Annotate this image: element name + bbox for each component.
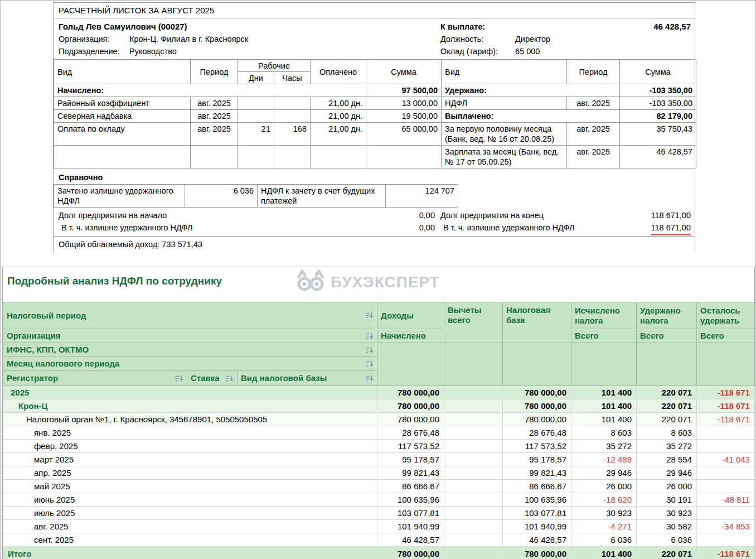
sort-icon[interactable] <box>225 375 234 382</box>
col-header-sum: Сумма <box>366 60 442 84</box>
sort-icon[interactable] <box>365 360 374 368</box>
to-pay-line: К выплате: 46 428,57 <box>440 21 691 33</box>
cell-calculated: -4 271 <box>571 520 637 533</box>
cell-base: 101 940,99 <box>503 520 571 533</box>
cell-remaining: -41 043 <box>697 453 755 466</box>
rate-header-label: Ставка <box>191 373 220 383</box>
col-header-income: Доходы <box>377 302 444 329</box>
empty-cell <box>366 146 442 168</box>
debt-end-value: 118 671,00 <box>651 209 691 221</box>
debt-row: Долг предприятия на начало 0,00 Долг пре… <box>54 209 695 221</box>
accrual-hours: 168 <box>274 123 311 146</box>
incl-start-value: 0,00 <box>419 221 435 234</box>
accrual-hours <box>274 97 311 110</box>
ndfl-credit-value: 124 707 <box>386 185 458 208</box>
registrar-header-label: Регистратор <box>7 373 58 383</box>
organization-label: Организация: <box>59 33 129 45</box>
cell-base: 780 000,00 <box>503 547 571 559</box>
organization-value: Крон-Ц. Филиал в г. Красноярск <box>129 35 248 44</box>
accrual-sum: 65 000,00 <box>366 123 442 146</box>
page: РАСЧЕТНЫЙ ЛИСТОК ЗА АВГУСТ 2025 Гольд Ле… <box>0 0 756 559</box>
col-header-registrar: Регистратор <box>3 371 187 386</box>
table-row: Северная надбавка авг. 2025 21,00 дн. 19… <box>54 110 696 123</box>
empty-header-cell <box>444 343 503 386</box>
cell-calculated: -12 489 <box>571 453 637 466</box>
department-label: Подразделение: <box>59 45 129 57</box>
cell-calculated: 101 400 <box>571 413 637 426</box>
empty-header-cell <box>377 343 444 386</box>
ndfl-table: Налоговый период Доходы Вычеты всего Нал… <box>3 302 755 559</box>
table-row[interactable]: 2025780 000,00780 000,00101 400220 071-1… <box>3 386 755 399</box>
accrual-paid: 21,00 дн. <box>311 97 366 110</box>
accrual-kind: Северная надбавка <box>54 110 191 123</box>
col-header-organization: Организация <box>3 329 377 343</box>
report-total-row[interactable]: Итого780 000,00780 000,00101 400220 071-… <box>3 547 755 559</box>
cell-calculated: 6 036 <box>571 533 637 547</box>
cell-remaining <box>697 466 755 480</box>
row-label: авг. 2025 <box>3 520 377 533</box>
sort-icon[interactable] <box>365 346 374 354</box>
table-row[interactable]: май 202586 666,6786 666,6726 00026 000 <box>3 480 755 493</box>
cell-base: 28 676,48 <box>503 426 571 440</box>
payment-period: авг. 2025 <box>567 123 620 146</box>
cell-deductions <box>444 520 503 533</box>
cell-base: 86 666,67 <box>503 480 571 493</box>
accrual-days <box>238 110 274 123</box>
cell-base: 103 077,81 <box>503 507 571 520</box>
cell-deductions <box>444 466 503 480</box>
cell-withheld: 8 603 <box>637 426 697 440</box>
row-label: 2025 <box>3 386 377 399</box>
cell-income: 100 635,96 <box>377 493 444 507</box>
cell-deductions <box>444 547 503 559</box>
table-row[interactable]: Налоговый орган №1, г. Красноярск, 34567… <box>3 413 755 426</box>
col-header-base-kind: Вид налоговой базы <box>238 371 377 386</box>
ndfl-offset-label: Зачтено излишне удержанного НДФЛ <box>54 185 185 208</box>
table-row[interactable]: Крон-Ц780 000,00780 000,00101 400220 071… <box>3 399 755 413</box>
accrual-paid: 21,00 дн. <box>311 123 366 146</box>
accrual-kind: Оплата по окладу <box>54 123 191 146</box>
payment-period: авг. 2025 <box>567 146 620 168</box>
debt-incl-row: В т. ч. излишне удержанного НДФЛ 0,00 В … <box>54 221 695 234</box>
table-row[interactable]: июнь 2025100 635,96100 635,96-18 62030 1… <box>3 493 755 507</box>
cell-deductions <box>444 440 503 453</box>
col-header-tax-period: Налоговый период <box>3 302 377 329</box>
payment-sum: 35 750,43 <box>620 123 696 146</box>
col-header-kind2: Вид <box>442 60 567 84</box>
col-header-hours: Часы <box>274 72 311 84</box>
accrual-days <box>238 97 274 110</box>
cell-withheld: 30 923 <box>637 507 697 520</box>
table-row[interactable]: апр. 202599 821,4399 821,4329 94629 946 <box>3 466 755 480</box>
reference-table: Зачтено излишне удержанного НДФЛ 6 036 Н… <box>54 184 458 208</box>
col-header-days: Дни <box>238 72 274 84</box>
table-row[interactable]: февр. 2025117 573,52117 573,5235 27235 2… <box>3 440 755 453</box>
row-label: апр. 2025 <box>3 466 377 480</box>
cell-base: 100 635,96 <box>503 493 571 507</box>
cell-remaining <box>697 507 755 520</box>
col-header-tax-base: Налоговая база <box>503 302 571 343</box>
cell-income: 46 428,57 <box>377 533 444 547</box>
sort-icon[interactable] <box>365 332 374 340</box>
row-label: февр. 2025 <box>3 440 377 453</box>
table-row[interactable]: сент. 202546 428,5746 428,576 0366 036 <box>3 533 755 547</box>
accrual-period: авг. 2025 <box>191 123 238 146</box>
col-header-kind: Вид <box>54 60 191 84</box>
table-row[interactable]: июль 2025103 077,81103 077,8130 92330 92… <box>3 507 755 520</box>
sort-icon[interactable] <box>365 375 374 382</box>
to-pay-label: К выплате: <box>440 21 515 33</box>
sort-icon[interactable] <box>365 312 374 319</box>
col-header-paid: Оплачено <box>311 60 366 84</box>
subheader-withheld-total: Всего <box>637 329 697 343</box>
debt-start-value: 0,00 <box>419 209 435 221</box>
cell-deductions <box>444 399 503 413</box>
payslip: РАСЧЕТНЫЙ ЛИСТОК ЗА АВГУСТ 2025 Гольд Ле… <box>53 2 695 253</box>
ndfl-credit-label: НДФЛ к зачету в счет будущих платежей <box>258 185 386 208</box>
table-row[interactable]: март 202595 178,5795 178,57-12 48928 554… <box>3 453 755 466</box>
sort-icon[interactable] <box>175 375 183 382</box>
col-header-period2: Период <box>567 60 620 84</box>
ndfl-report: Подробный анализ НДФЛ по сотруднику БУХЭ… <box>2 267 755 559</box>
cell-deductions <box>444 453 503 466</box>
table-row[interactable]: авг. 2025101 940,99101 940,99-4 27130 58… <box>3 520 755 533</box>
cell-withheld: 29 946 <box>637 466 697 480</box>
salary-line: Оклад (тариф):65 000 <box>440 45 691 57</box>
table-row[interactable]: янв. 202528 676,4828 676,488 6038 603 <box>3 426 755 440</box>
